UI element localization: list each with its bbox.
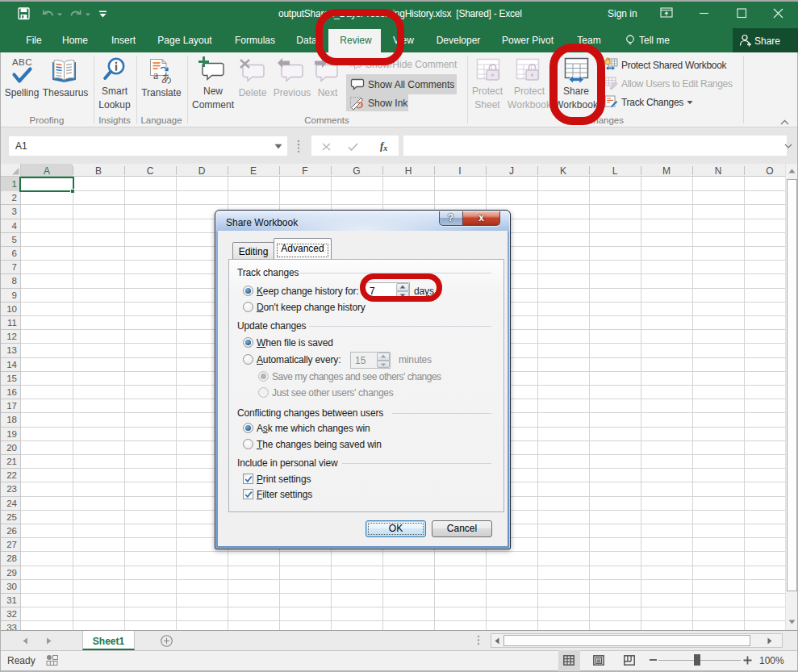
svg-text:あ: あ xyxy=(161,72,172,84)
svg-text:a: a xyxy=(153,69,159,81)
